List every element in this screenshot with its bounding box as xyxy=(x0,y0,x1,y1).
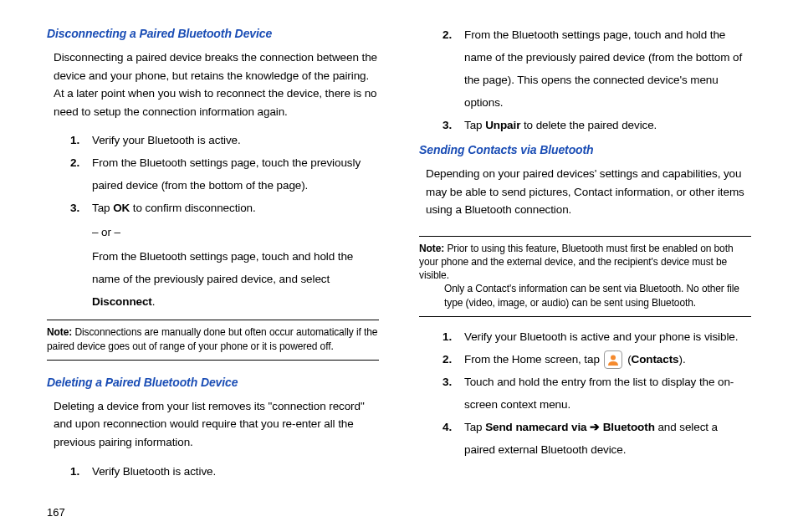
step-sub-text: From the Bluetooth settings page, touch … xyxy=(92,250,353,285)
steps-disconnecting: Verify your Bluetooth is active. From th… xyxy=(70,129,379,313)
step-item: Verify your Bluetooth is active and your… xyxy=(442,325,751,348)
or-divider: – or – xyxy=(92,221,379,243)
note-label: Note: xyxy=(47,326,72,338)
note-rule-bottom xyxy=(47,360,379,361)
steps-sending: Verify your Bluetooth is active and your… xyxy=(442,325,751,461)
intro-deleting: Deleting a device from your list removes… xyxy=(54,397,379,452)
heading-deleting: Deleting a Paired Bluetooth Device xyxy=(47,376,379,389)
heading-disconnecting: Disconnecting a Paired Bluetooth Device xyxy=(47,27,379,40)
page-number: 167 xyxy=(47,506,65,519)
step-text: Verify your Bluetooth is active and your… xyxy=(464,330,738,343)
contacts-label: Contacts xyxy=(632,353,679,366)
step-item: Verify Bluetooth is active. xyxy=(70,460,379,483)
step-text: Tap xyxy=(464,421,485,433)
intro-disconnecting: Disconnecting a paired device breaks the… xyxy=(54,49,379,120)
step-text: From the Home screen, tap xyxy=(464,353,602,366)
right-column: From the Bluetooth settings page, touch … xyxy=(419,27,751,495)
step-text: Tap xyxy=(92,202,113,214)
step-item: From the Bluetooth settings page, touch … xyxy=(70,151,379,197)
step-item: Tap Send namecard via ➔ Bluetooth and se… xyxy=(442,416,751,461)
contacts-icon xyxy=(604,350,622,369)
note2-rule-bottom xyxy=(419,316,751,317)
step-text: From the Bluetooth settings page, touch … xyxy=(92,156,361,192)
note-text: Disconnections are manually done but oft… xyxy=(47,326,377,351)
step-item: Touch and hold the entry from the list t… xyxy=(442,371,751,416)
step-text: Tap xyxy=(464,119,485,131)
send-namecard-label: Send namecard via xyxy=(485,421,586,433)
bluetooth-label: Bluetooth xyxy=(603,421,655,433)
note-text-2: Only a Contact's information can be sent… xyxy=(444,282,751,309)
svg-point-0 xyxy=(611,356,616,361)
step-item: Tap OK to confirm disconnection. – or – … xyxy=(70,197,379,313)
step-text: to delete the paired device. xyxy=(520,119,657,131)
arrow-icon: ➔ xyxy=(586,421,602,433)
page-columns: Disconnecting a Paired Bluetooth Device … xyxy=(47,27,751,495)
step-item: Tap Unpair to delete the paired device. xyxy=(442,114,751,136)
disconnect-label: Disconnect xyxy=(92,295,152,308)
step-text: Verify your Bluetooth is active. xyxy=(92,134,241,146)
step-item: From the Bluetooth settings page, touch … xyxy=(442,23,751,114)
steps-deleting-part1: Verify Bluetooth is active. xyxy=(70,460,379,483)
step-text: ). xyxy=(679,353,686,366)
period: . xyxy=(152,295,156,308)
note-disconnections: Note: Disconnections are manually done b… xyxy=(47,325,379,352)
intro-sending: Depending on your paired devices' settin… xyxy=(426,165,751,219)
step-text: Verify Bluetooth is active. xyxy=(92,465,216,478)
left-column: Disconnecting a Paired Bluetooth Device … xyxy=(47,27,379,495)
step-text: From the Bluetooth settings page, touch … xyxy=(92,245,379,313)
unpair-label: Unpair xyxy=(485,119,520,131)
note-label: Note: xyxy=(419,243,444,254)
step-text: From the Bluetooth settings page, touch … xyxy=(464,28,742,109)
step-text: Touch and hold the entry from the list t… xyxy=(464,376,734,411)
note-rule-top xyxy=(47,320,379,320)
step-item: Verify your Bluetooth is active. xyxy=(70,129,379,151)
step-item: From the Home screen, tap (Contacts). xyxy=(442,348,751,371)
steps-deleting-part2: From the Bluetooth settings page, touch … xyxy=(442,23,751,136)
note-prior: Note: Prior to using this feature, Bluet… xyxy=(419,242,751,309)
ok-label: OK xyxy=(113,202,130,214)
step-text: to confirm disconnection. xyxy=(130,202,255,214)
heading-sending: Sending Contacts via Bluetooth xyxy=(419,143,751,156)
note-text: Prior to using this feature, Bluetooth m… xyxy=(419,243,733,281)
note2-rule-top xyxy=(419,236,751,237)
